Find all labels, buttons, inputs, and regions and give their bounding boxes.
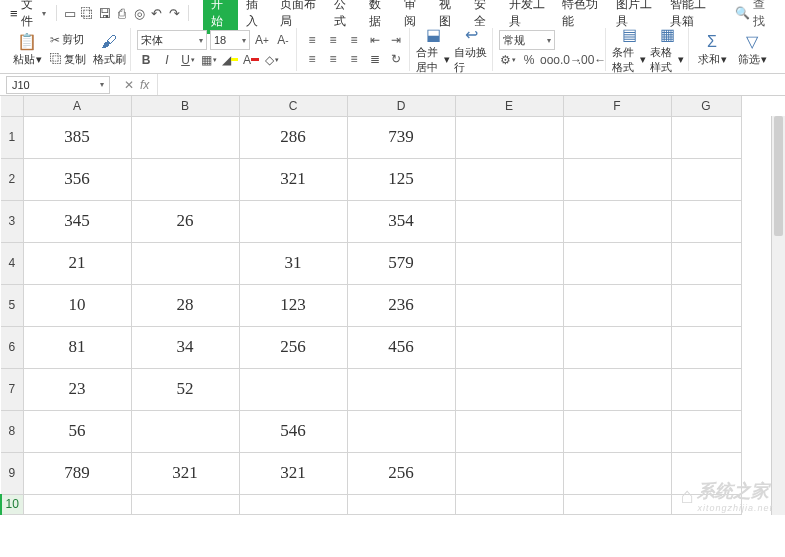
font-name-select[interactable]: 宋体▾: [137, 30, 207, 50]
align-center-button[interactable]: ≡: [324, 50, 342, 68]
cell[interactable]: [347, 368, 455, 410]
decrease-decimal-button[interactable]: .00←: [583, 51, 601, 69]
cell[interactable]: [563, 200, 671, 242]
cell[interactable]: 31: [239, 242, 347, 284]
cell[interactable]: 26: [131, 200, 239, 242]
cell[interactable]: [671, 452, 741, 494]
qat-save-icon[interactable]: 🖫: [97, 4, 112, 22]
cell[interactable]: [347, 494, 455, 514]
cell[interactable]: [671, 200, 741, 242]
col-header-B[interactable]: B: [131, 96, 239, 116]
increase-font-button[interactable]: A+: [253, 31, 271, 49]
cell[interactable]: [563, 326, 671, 368]
qat-undo-icon[interactable]: ↶: [149, 4, 164, 22]
justify-button[interactable]: ≣: [366, 50, 384, 68]
cell[interactable]: [455, 452, 563, 494]
col-header-F[interactable]: F: [563, 96, 671, 116]
cell[interactable]: 125: [347, 158, 455, 200]
cell[interactable]: 34: [131, 326, 239, 368]
col-header-C[interactable]: C: [239, 96, 347, 116]
row-header[interactable]: 2: [1, 158, 23, 200]
qat-preview-icon[interactable]: ◎: [132, 4, 147, 22]
cell[interactable]: [239, 368, 347, 410]
qat-open-icon[interactable]: ⿻: [80, 4, 95, 22]
cell[interactable]: 789: [23, 452, 131, 494]
cell[interactable]: [563, 410, 671, 452]
cell[interactable]: [563, 116, 671, 158]
align-left-button[interactable]: ≡: [303, 50, 321, 68]
cell[interactable]: 28: [131, 284, 239, 326]
cell[interactable]: 345: [23, 200, 131, 242]
cell[interactable]: 10: [23, 284, 131, 326]
row-header[interactable]: 6: [1, 326, 23, 368]
cell[interactable]: [131, 494, 239, 514]
cell[interactable]: 256: [347, 452, 455, 494]
scrollbar-thumb[interactable]: [774, 116, 783, 236]
cell[interactable]: [563, 158, 671, 200]
cell[interactable]: 321: [239, 452, 347, 494]
cell[interactable]: [239, 200, 347, 242]
underline-button[interactable]: U▾: [179, 51, 197, 69]
align-middle-button[interactable]: ≡: [324, 31, 342, 49]
cell[interactable]: [131, 410, 239, 452]
cell[interactable]: [563, 452, 671, 494]
cell[interactable]: 739: [347, 116, 455, 158]
cell[interactable]: 456: [347, 326, 455, 368]
percent-button[interactable]: %: [520, 51, 538, 69]
align-top-button[interactable]: ≡: [303, 31, 321, 49]
cell[interactable]: 123: [239, 284, 347, 326]
filter-button[interactable]: ▽ 筛选▾: [735, 30, 769, 69]
merge-center-button[interactable]: ⬓ 合并居中▾: [416, 30, 450, 69]
col-header-E[interactable]: E: [455, 96, 563, 116]
cell[interactable]: [671, 242, 741, 284]
bold-button[interactable]: B: [137, 51, 155, 69]
align-bottom-button[interactable]: ≡: [345, 31, 363, 49]
cell[interactable]: 321: [239, 158, 347, 200]
cell[interactable]: [131, 158, 239, 200]
qat-new-icon[interactable]: ▭: [62, 4, 77, 22]
cell[interactable]: 286: [239, 116, 347, 158]
select-all-corner[interactable]: [1, 96, 23, 116]
row-header[interactable]: 10: [1, 494, 23, 514]
cell[interactable]: [455, 158, 563, 200]
cell[interactable]: [455, 326, 563, 368]
number-format-select[interactable]: 常规▾: [499, 30, 555, 50]
row-header[interactable]: 4: [1, 242, 23, 284]
font-size-select[interactable]: 18▾: [210, 30, 250, 50]
vertical-scrollbar[interactable]: [771, 116, 785, 515]
cell[interactable]: 256: [239, 326, 347, 368]
cell[interactable]: [671, 116, 741, 158]
fx-icon[interactable]: fx: [140, 78, 149, 92]
increase-indent-button[interactable]: ⇥: [387, 31, 405, 49]
orientation-button[interactable]: ↻: [387, 50, 405, 68]
cell[interactable]: [239, 494, 347, 514]
cell[interactable]: [563, 494, 671, 514]
cell[interactable]: [131, 242, 239, 284]
col-header-G[interactable]: G: [671, 96, 741, 116]
cell[interactable]: 546: [239, 410, 347, 452]
wrap-text-button[interactable]: ↩ 自动换行: [454, 30, 488, 69]
col-header-A[interactable]: A: [23, 96, 131, 116]
row-header[interactable]: 5: [1, 284, 23, 326]
cell[interactable]: [455, 200, 563, 242]
cut-button[interactable]: ✂剪切: [48, 31, 88, 48]
border-button[interactable]: ▦▾: [200, 51, 218, 69]
formula-input[interactable]: [157, 74, 785, 95]
comma-button[interactable]: ooo: [541, 51, 559, 69]
cell[interactable]: [671, 410, 741, 452]
row-header[interactable]: 8: [1, 410, 23, 452]
name-box[interactable]: J10 ▾: [6, 76, 110, 94]
col-header-D[interactable]: D: [347, 96, 455, 116]
cell[interactable]: 23: [23, 368, 131, 410]
cell[interactable]: [671, 326, 741, 368]
row-header[interactable]: 3: [1, 200, 23, 242]
conditional-format-button[interactable]: ▤ 条件格式▾: [612, 30, 646, 69]
format-painter-button[interactable]: 🖌 格式刷: [92, 30, 126, 69]
cell[interactable]: [347, 410, 455, 452]
table-style-button[interactable]: ▦ 表格样式▾: [650, 30, 684, 69]
cell[interactable]: 321: [131, 452, 239, 494]
sum-button[interactable]: Σ 求和▾: [695, 30, 729, 69]
font-color-button[interactable]: A: [242, 51, 260, 69]
cell[interactable]: [671, 158, 741, 200]
copy-button[interactable]: ⿻复制: [48, 51, 88, 68]
